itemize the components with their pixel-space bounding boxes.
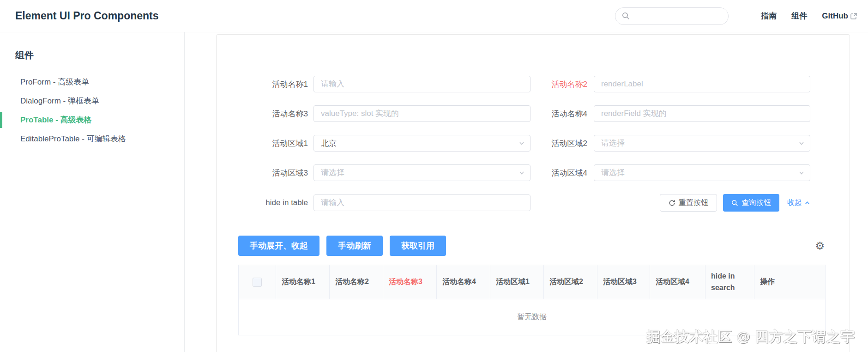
form-item-name4: 活动名称4 — [530, 105, 810, 122]
form-item-name2: 活动名称2 — [530, 76, 810, 92]
form-row-3: 活动区域1 活动区域2 — [217, 135, 810, 152]
table-header-hide-in-search: hide in search — [705, 265, 754, 299]
name3-input[interactable] — [313, 105, 530, 122]
sidebar-heading: 组件 — [0, 49, 184, 61]
sidebar: 组件 ProForm - 高级表单 DialogForm - 弹框表单 ProT… — [0, 32, 185, 352]
area4-select[interactable] — [594, 164, 810, 181]
refresh-icon — [669, 200, 675, 206]
name2-input[interactable] — [594, 76, 810, 92]
manual-refresh-button[interactable]: 手动刷新 — [326, 236, 383, 256]
form-item-area2: 活动区域2 — [530, 135, 810, 152]
table-header-name1: 活动名称1 — [276, 265, 330, 299]
table-header-area3: 活动区域3 — [597, 265, 650, 299]
form-item-name1: 活动名称1 — [217, 76, 530, 92]
nav-item-components[interactable]: 组件 — [791, 11, 807, 21]
form-row-2: 活动名称3 活动名称4 — [217, 105, 810, 122]
toggle-expand-button[interactable]: 手动展开、收起 — [238, 236, 319, 256]
name1-input[interactable] — [313, 76, 530, 92]
settings-gear-icon[interactable]: ⚙ — [815, 241, 825, 251]
header-right: 指南 组件 GitHub — [615, 7, 857, 25]
hide-in-table-input[interactable] — [313, 194, 530, 211]
name4-input[interactable] — [594, 105, 810, 122]
sidebar-list: ProForm - 高级表单 DialogForm - 弹框表单 ProTabl… — [0, 73, 184, 148]
external-link-icon — [850, 13, 857, 19]
form-actions: 重置按钮 查询按钮 收起 — [660, 194, 810, 212]
form-row-4: 活动区域3 活动区域4 — [217, 164, 810, 181]
search-icon — [622, 12, 630, 20]
app-title: Element UI Pro Components — [15, 10, 159, 22]
search-icon — [731, 200, 738, 206]
header-search[interactable] — [615, 7, 729, 25]
main-content: 活动名称1 活动名称2 活动名称3 — [185, 32, 868, 352]
sidebar-item-editableprotable[interactable]: EditableProTable - 可编辑表格 — [0, 129, 184, 148]
header-search-input[interactable] — [633, 12, 725, 20]
sidebar-item-dialogform[interactable]: DialogForm - 弹框表单 — [0, 91, 184, 110]
collapse-link[interactable]: 收起 — [787, 198, 810, 208]
area3-select[interactable] — [313, 164, 530, 181]
area2-select[interactable] — [594, 135, 810, 152]
demo-card: 活动名称1 活动名称2 活动名称3 — [216, 34, 850, 352]
table-header-area4: 活动区域4 — [650, 265, 705, 299]
nav-item-github[interactable]: GitHub — [822, 12, 857, 21]
table-header-name4: 活动名称4 — [437, 265, 490, 299]
form-item-area3: 活动区域3 — [217, 164, 530, 181]
form-row-5: hide in table 重置按钮 — [217, 194, 810, 212]
table-toolbar: 手动展开、收起 手动刷新 获取引用 ⚙ — [238, 236, 826, 256]
table-header-row: 活动名称1 活动名称2 活动名称3 活动名称4 活动区域1 活动区域2 活动区域… — [239, 265, 825, 299]
table-empty-text: 暂无数据 — [239, 299, 825, 335]
form-row-1: 活动名称1 活动名称2 — [217, 76, 810, 92]
chevron-up-icon — [804, 200, 810, 206]
reset-button[interactable]: 重置按钮 — [660, 194, 717, 212]
query-button[interactable]: 查询按钮 — [723, 194, 779, 212]
form-item-name3: 活动名称3 — [217, 105, 530, 122]
form-item-hide-in-table: hide in table — [217, 194, 530, 211]
form-item-area1: 活动区域1 — [217, 135, 530, 152]
pro-form: 活动名称1 活动名称2 活动名称3 — [217, 35, 810, 212]
select-all-checkbox[interactable] — [253, 278, 262, 287]
table-header-checkbox-cell — [239, 265, 276, 299]
sidebar-item-protable[interactable]: ProTable - 高级表格 — [0, 110, 184, 129]
table-header-name3: 活动名称3 — [383, 265, 437, 299]
pro-table: 活动名称1 活动名称2 活动名称3 活动名称4 活动区域1 活动区域2 活动区域… — [238, 265, 826, 335]
form-item-area4: 活动区域4 — [530, 164, 810, 181]
table-header-actions: 操作 — [754, 265, 825, 299]
table-header-area2: 活动区域2 — [544, 265, 597, 299]
nav-item-guide[interactable]: 指南 — [761, 11, 777, 21]
app-header: Element UI Pro Components 指南 组件 GitHub — [0, 0, 868, 32]
table-header-area1: 活动区域1 — [490, 265, 544, 299]
sidebar-item-proform[interactable]: ProForm - 高级表单 — [0, 73, 184, 91]
get-ref-button[interactable]: 获取引用 — [390, 236, 446, 256]
area1-select[interactable] — [313, 135, 530, 152]
table-header-name2: 活动名称2 — [330, 265, 383, 299]
